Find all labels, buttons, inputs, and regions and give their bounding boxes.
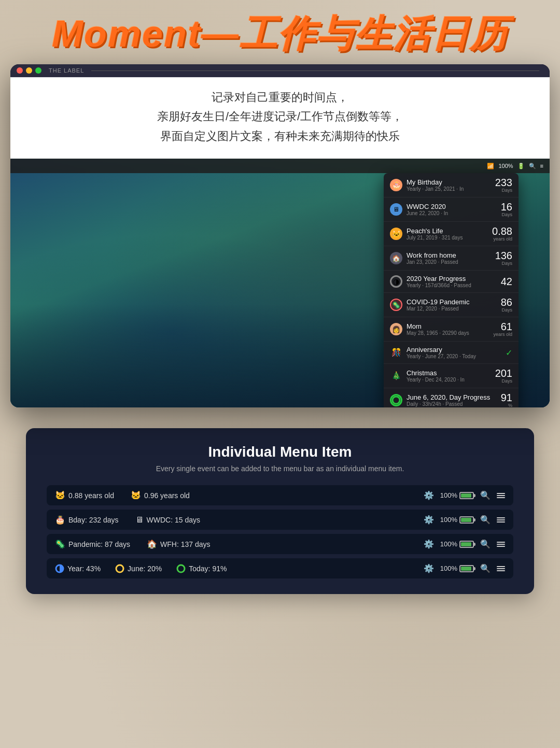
peach-info: Peach's Life July 21, 2019 · 321 days bbox=[407, 227, 488, 241]
menu-item-today-progress: Today: 91% bbox=[176, 563, 227, 573]
menu-right-3: ⚙️ 100% 🔍 bbox=[424, 539, 505, 549]
dropdown-panel: 🎂 My Birthday Yearly · Jan 25, 2021 · In… bbox=[384, 173, 519, 407]
menu-item-june-progress: June: 20% bbox=[115, 563, 162, 573]
day-progress-value: 91 % bbox=[501, 392, 512, 407]
mac-screenshot: THE LABEL 记录对自己重要的时间点， 亲朋好友生日/全年进度记录/工作节… bbox=[10, 64, 550, 407]
christmas-date: Yearly · Dec 24, 2020 · In bbox=[407, 377, 491, 383]
bday-icon: 🎂 bbox=[55, 515, 65, 525]
wwdc-icon: 🖥 bbox=[390, 203, 402, 216]
menu-item-wwdc: 🖥 WWDC: 15 days bbox=[135, 515, 200, 525]
macos-desktop: 📶 100% 🔋 🔍 ≡ 🎂 My Birthday Yearly · Jan … bbox=[10, 159, 550, 407]
wwdc-info: WWDC 2020 June 22, 2020 · In bbox=[407, 203, 497, 216]
wifi-icon: 📶 bbox=[487, 163, 494, 170]
settings-icon-3[interactable]: ⚙️ bbox=[424, 539, 434, 549]
menu-right-2: ⚙️ 100% 🔍 bbox=[424, 515, 505, 525]
year-value: 42 bbox=[501, 276, 512, 287]
mac-maximize-dot[interactable] bbox=[35, 67, 41, 74]
peach1-icon: 🐱 bbox=[55, 490, 65, 500]
menu-right-1: ⚙️ 100% 🔍 bbox=[424, 490, 505, 500]
dropdown-item-mom[interactable]: 👩 Mom May 28, 1965 · 20290 days 61 years… bbox=[384, 317, 519, 342]
peach-name: Peach's Life bbox=[407, 227, 488, 235]
birthday-info: My Birthday Yearly · Jan 25, 2021 · In bbox=[407, 178, 491, 192]
anniversary-info: Anniversary Yearly · June 27, 2020 · Tod… bbox=[407, 346, 501, 359]
card-title: Individual Menu Item bbox=[47, 444, 513, 460]
birthday-icon: 🎂 bbox=[390, 179, 402, 191]
battery-percent: 100% bbox=[498, 163, 513, 169]
wwdc-date: June 22, 2020 · In bbox=[407, 210, 497, 216]
search-icon-2[interactable]: 🔍 bbox=[480, 515, 491, 525]
work-value: 136 Days bbox=[495, 250, 512, 266]
dropdown-item-year[interactable]: ◑ 2020 Year Progress Yearly · 157d/366d … bbox=[384, 271, 519, 293]
search-icon-1[interactable]: 🔍 bbox=[480, 490, 491, 500]
search-icon[interactable]: 🔍 bbox=[529, 163, 536, 170]
birthday-name: My Birthday bbox=[407, 178, 491, 186]
battery-icon-3 bbox=[459, 541, 474, 548]
svg-point-0 bbox=[393, 397, 400, 404]
dropdown-item-anniversary[interactable]: 🎊 Anniversary Yearly · June 27, 2020 · T… bbox=[384, 342, 519, 364]
wwdc-name: WWDC 2020 bbox=[407, 203, 497, 210]
mom-info: Mom May 28, 1965 · 20290 days bbox=[407, 322, 489, 336]
menu-item-year-progress: Year: 43% bbox=[55, 563, 101, 573]
pandemic-icon: 🦠 bbox=[55, 539, 65, 549]
list-icon-3[interactable] bbox=[497, 542, 505, 547]
settings-icon-2[interactable]: ⚙️ bbox=[424, 515, 434, 525]
mac-close-dot[interactable] bbox=[17, 67, 23, 74]
covid-icon: 🦠 bbox=[390, 299, 402, 311]
menu-right-4: ⚙️ 100% 🔍 bbox=[424, 563, 505, 573]
menu-row-2: 🎂 Bday: 232 days 🖥 WWDC: 15 days ⚙️ 100%… bbox=[47, 510, 513, 530]
battery-icon: 🔋 bbox=[517, 163, 525, 170]
covid-name: COVID-19 Pandemic bbox=[407, 298, 497, 306]
battery-display-2: 100% bbox=[440, 516, 474, 524]
menu-item-peach2: 🐱 0.96 years old bbox=[131, 490, 190, 500]
work-info: Work from home Jan 23, 2020 · Passed bbox=[407, 251, 491, 265]
dropdown-item-christmas[interactable]: 🎄 Christmas Yearly · Dec 24, 2020 · In 2… bbox=[384, 364, 519, 388]
separator bbox=[91, 70, 539, 71]
dropdown-item-wwdc[interactable]: 🖥 WWDC 2020 June 22, 2020 · In 16 Days bbox=[384, 197, 519, 222]
dropdown-item-day-progress[interactable]: June 6, 2020, Day Progress Daily · 33h/2… bbox=[384, 388, 519, 407]
menu-item-pandemic: 🦠 Pandemic: 87 days bbox=[55, 539, 130, 549]
day-progress-date: Daily · 33h/24h · Passed bbox=[407, 401, 497, 407]
anniversary-icon: 🎊 bbox=[390, 346, 402, 359]
menu-item-wfh: 🏠 WFH: 137 days bbox=[147, 539, 210, 549]
battery-icon-4 bbox=[459, 565, 474, 572]
menu-row-4: Year: 43% June: 20% Today: 91% bbox=[47, 558, 513, 578]
year-date: Yearly · 157d/366d · Passed bbox=[407, 283, 497, 288]
battery-icon-2 bbox=[459, 516, 474, 524]
menu-item-bday: 🎂 Bday: 232 days bbox=[55, 515, 119, 525]
year-icon: ◑ bbox=[390, 275, 402, 288]
peach-icon: 🐱 bbox=[390, 228, 402, 240]
peach2-icon: 🐱 bbox=[131, 490, 141, 500]
list-icon[interactable]: ≡ bbox=[540, 163, 543, 169]
covid-value: 86 Days bbox=[501, 297, 512, 313]
mac-minimize-dot[interactable] bbox=[26, 67, 32, 74]
search-icon-3[interactable]: 🔍 bbox=[480, 539, 491, 549]
battery-icon-1 bbox=[459, 492, 474, 499]
anniversary-name: Anniversary bbox=[407, 346, 501, 354]
dropdown-item-work[interactable]: 🏠 Work from home Jan 23, 2020 · Passed 1… bbox=[384, 246, 519, 271]
list-icon-4[interactable] bbox=[497, 566, 505, 571]
dropdown-item-birthday[interactable]: 🎂 My Birthday Yearly · Jan 25, 2021 · In… bbox=[384, 173, 519, 197]
settings-icon[interactable]: ⚙️ bbox=[424, 490, 434, 500]
svg-point-3 bbox=[177, 565, 185, 572]
christmas-icon: 🎄 bbox=[390, 370, 402, 382]
list-icon-2[interactable] bbox=[497, 517, 505, 523]
dropdown-item-covid[interactable]: 🦠 COVID-19 Pandemic Mar 12, 2020 · Passe… bbox=[384, 293, 519, 317]
settings-icon-4[interactable]: ⚙️ bbox=[424, 563, 434, 573]
dropdown-item-peach[interactable]: 🐱 Peach's Life July 21, 2019 · 321 days … bbox=[384, 222, 519, 246]
menu-row-1: 🐱 0.88 years old 🐱 0.96 years old ⚙️ 100… bbox=[47, 485, 513, 505]
covid-info: COVID-19 Pandemic Mar 12, 2020 · Passed bbox=[407, 298, 497, 312]
anniversary-date: Yearly · June 27, 2020 · Today bbox=[407, 354, 501, 359]
day-progress-name: June 6, 2020, Day Progress bbox=[407, 393, 497, 401]
work-name: Work from home bbox=[407, 251, 491, 259]
list-icon-1[interactable] bbox=[497, 493, 505, 498]
battery-display-4: 100% bbox=[440, 564, 474, 572]
day-progress-icon bbox=[390, 394, 402, 406]
peach-value: 0.88 years old bbox=[492, 226, 512, 242]
year-name: 2020 Year Progress bbox=[407, 275, 497, 283]
wfh-icon: 🏠 bbox=[147, 539, 157, 549]
search-icon-4[interactable]: 🔍 bbox=[480, 563, 491, 573]
wwdc-value: 16 Days bbox=[501, 202, 512, 217]
anniversary-check: ✓ bbox=[506, 348, 512, 358]
peach-date: July 21, 2019 · 321 days bbox=[407, 235, 488, 241]
battery-display-1: 100% bbox=[440, 491, 474, 499]
